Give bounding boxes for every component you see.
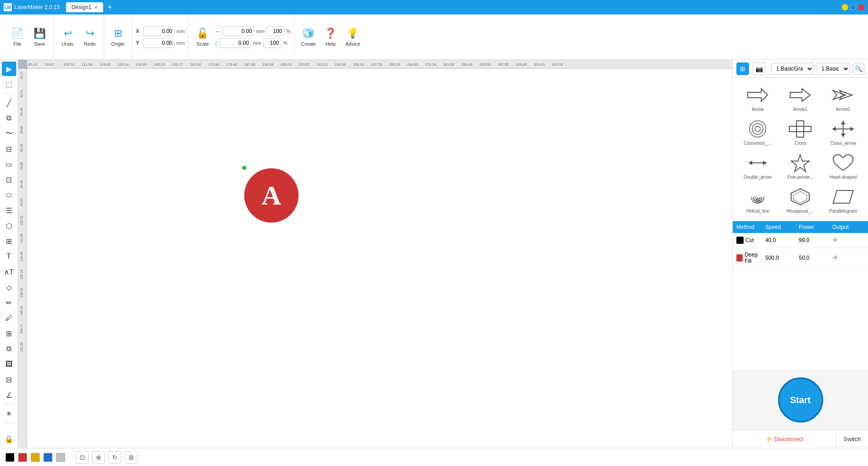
svg-text:128.14: 128.14: [118, 62, 129, 67]
scale-button[interactable]: 🔓 Scale: [192, 26, 213, 48]
marquee-tool[interactable]: ⬚: [2, 77, 16, 91]
image-tool[interactable]: 🖼: [2, 357, 16, 371]
cut-name: Cut: [745, 237, 754, 243]
redo-button[interactable]: ↪ Redo: [80, 26, 100, 48]
svg-marker-63: [832, 127, 836, 131]
x-input[interactable]: [143, 26, 175, 36]
basic-dropdown[interactable]: 1.Basic: [816, 63, 850, 75]
w-input[interactable]: [223, 26, 254, 36]
disconnect-button[interactable]: ⚡ Disconnect: [733, 430, 836, 448]
tab-close-icon[interactable]: ✕: [94, 5, 98, 10]
y-input[interactable]: [143, 38, 175, 48]
deepfill-visibility[interactable]: 👁: [832, 254, 850, 262]
camera-button[interactable]: 📷: [753, 62, 765, 75]
grid-tool[interactable]: ⊞: [2, 234, 16, 248]
color-gray[interactable]: [56, 453, 65, 462]
line-tool[interactable]: ╱: [2, 95, 16, 110]
advice-button[interactable]: 💡 Advice: [342, 26, 363, 48]
save-label: Save: [34, 41, 45, 47]
canvas-content[interactable]: A: [27, 69, 732, 448]
shape-double-arrow[interactable]: Double_arrow: [738, 151, 777, 181]
h-input[interactable]: [219, 38, 251, 48]
polygon-tool[interactable]: ⬡: [2, 219, 16, 233]
ellipse-tool[interactable]: ⬭: [2, 188, 16, 202]
shape-helical[interactable]: Helical_line: [738, 185, 777, 215]
save-button[interactable]: 💾 Save: [29, 26, 50, 48]
color-black[interactable]: [5, 453, 14, 462]
shape-cross-arrow[interactable]: Cross_arrow: [824, 117, 863, 147]
shape-heart[interactable]: Heart-shaped: [824, 151, 863, 181]
edit-tool[interactable]: ✏: [2, 295, 16, 310]
origin-button[interactable]: ⊞ Origin: [108, 26, 128, 48]
start-button[interactable]: Start: [778, 377, 823, 423]
file-group: 📄 File 💾 Save: [4, 14, 54, 59]
close-button[interactable]: [858, 4, 864, 10]
color-red[interactable]: [18, 453, 27, 462]
rotate-button[interactable]: ↻: [109, 451, 121, 464]
h-pct-input[interactable]: [263, 38, 281, 48]
dropdown-group: 1.BasicGra 1.Basic 🔍: [771, 63, 864, 75]
copy-tool[interactable]: ⧉: [2, 111, 16, 125]
window-controls: [842, 4, 864, 10]
cut-visibility[interactable]: 👁: [832, 237, 850, 244]
help-label: Help: [326, 41, 336, 47]
paint-tool[interactable]: 🖊: [2, 311, 16, 325]
textpath-tool[interactable]: ∧T: [2, 265, 16, 279]
angle-tool[interactable]: ∠: [2, 388, 16, 402]
svg-text:187.95: 187.95: [244, 62, 256, 67]
file-button[interactable]: 📄 File: [7, 26, 28, 48]
rect-tool[interactable]: ▭: [2, 157, 16, 171]
undo-button[interactable]: ↩ Undo: [57, 26, 78, 48]
svg-text:68.34: 68.34: [20, 144, 23, 152]
select-tool[interactable]: ▶: [2, 62, 16, 76]
canvas-area[interactable]: 85.43 93.97 102.52 111.06 119.60 128.14 …: [18, 60, 732, 448]
minimize-button[interactable]: [842, 4, 848, 10]
shape-arrow1[interactable]: Arrow1: [781, 83, 820, 114]
app-icon: LM: [4, 3, 12, 11]
text-tool[interactable]: T: [2, 249, 16, 264]
design-tab[interactable]: Design1 ✕: [66, 2, 103, 12]
basic-gray-dropdown[interactable]: 1.BasicGra: [771, 63, 814, 75]
layer-row-cut[interactable]: Cut 40.0 99.0 👁: [733, 233, 868, 248]
shape-cross[interactable]: Cross: [781, 117, 820, 147]
curve-tool[interactable]: 〜: [2, 126, 16, 141]
align-tool[interactable]: ⊟: [2, 142, 16, 156]
maximize-button[interactable]: [850, 4, 856, 10]
svg-text:153.77: 153.77: [172, 62, 183, 67]
eraser-tool[interactable]: ◇: [2, 280, 16, 295]
svg-point-56: [755, 126, 760, 132]
origin-icon: ⊞: [114, 28, 122, 39]
create-button[interactable]: 🧊 Create: [298, 26, 318, 48]
sparkle-tool[interactable]: ✳: [2, 406, 16, 421]
shape-arrow[interactable]: Arrow: [738, 83, 777, 114]
color-blue[interactable]: [43, 453, 52, 462]
shape-parallelogram[interactable]: Parallelogram: [824, 185, 863, 215]
shape-five-pointed[interactable]: Five-pointe...: [781, 151, 820, 181]
align2-tool[interactable]: ⊞: [2, 326, 16, 341]
helical-icon: [745, 187, 770, 207]
layer-row-deepfill[interactable]: Deep Fill 500.0 50.0 👁: [733, 248, 868, 268]
separator1: [4, 93, 14, 94]
search-button[interactable]: 🔍: [853, 63, 864, 75]
color-yellow[interactable]: [31, 453, 40, 462]
rows-tool[interactable]: ☰: [2, 203, 16, 218]
grid-bottom-button[interactable]: ⊞: [125, 451, 138, 464]
w-pct-input[interactable]: [266, 26, 285, 36]
hexagonal-icon: [787, 187, 813, 207]
switch-button[interactable]: Switch: [836, 430, 868, 448]
design-object[interactable]: A: [244, 168, 299, 223]
lock-tool[interactable]: 🔒: [2, 432, 16, 446]
rect2-tool[interactable]: ⊡: [2, 172, 16, 187]
deepfill-color-swatch: [736, 254, 743, 262]
help-button[interactable]: ❓ Help: [320, 26, 341, 48]
shape-hexagonal[interactable]: Hexagonal_...: [781, 185, 820, 215]
shape-concentric[interactable]: Concentric_...: [738, 117, 777, 147]
shape-arrow2[interactable]: Arrow2: [824, 83, 863, 114]
table-tool[interactable]: ⊟: [2, 372, 16, 387]
view-grid-button[interactable]: ⊞: [736, 62, 749, 75]
snap-button[interactable]: ⊕: [92, 451, 105, 464]
svg-text:307.55: 307.55: [498, 62, 509, 67]
layers-tool[interactable]: ⧉: [2, 342, 16, 356]
add-tab-button[interactable]: +: [108, 3, 112, 11]
align-bottom-button[interactable]: ⊡: [76, 451, 89, 464]
